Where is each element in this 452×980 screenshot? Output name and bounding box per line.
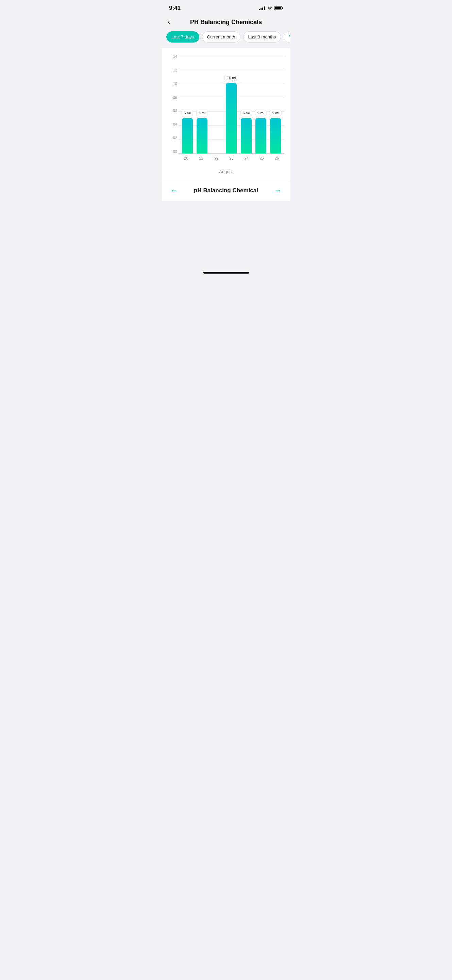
y-label-08: 08 [173, 95, 177, 99]
y-label-02: 02 [173, 136, 177, 140]
bar-25 [255, 118, 266, 153]
home-bar [203, 272, 249, 274]
prev-arrow[interactable]: ← [170, 186, 178, 195]
bar-col-22 [209, 55, 224, 153]
filter-button[interactable]: Filter [284, 31, 290, 43]
y-label-06: 06 [173, 109, 177, 113]
chart-inner: 5 ml 5 ml 10 ml [179, 55, 284, 153]
x-label-21: 21 [193, 156, 208, 160]
y-label-14: 14 [173, 55, 177, 59]
bar-21 [197, 118, 208, 153]
next-arrow[interactable]: → [274, 186, 282, 195]
svg-rect-2 [275, 7, 281, 10]
x-axis: 20 21 22 23 24 25 26 [179, 154, 284, 164]
y-label-10: 10 [173, 82, 177, 86]
x-label-26: 26 [270, 156, 284, 160]
signal-icon [259, 6, 265, 10]
month-label: August [162, 167, 290, 180]
wifi-icon [267, 6, 273, 10]
chart-container: 14 12 10 08 06 04 02 00 [162, 48, 290, 167]
bars-area: 5 ml 5 ml 10 ml [179, 55, 284, 153]
home-indicator [162, 268, 290, 276]
x-label-23: 23 [224, 156, 239, 160]
y-label-04: 04 [173, 123, 177, 126]
bar-label-26: 5 ml [270, 110, 282, 116]
filter-last7days[interactable]: Last 7 days [166, 31, 199, 43]
bar-col-25: 5 ml [254, 55, 268, 153]
x-label-24: 24 [239, 156, 254, 160]
y-label-12: 12 [173, 68, 177, 72]
nav-footer: ← pH Balancing Chemical → [162, 180, 290, 201]
bar-label-23: 10 ml [224, 75, 238, 81]
x-label-25: 25 [254, 156, 269, 160]
bar-24 [241, 118, 252, 153]
back-button[interactable]: ‹ [168, 18, 179, 27]
y-label-00: 00 [173, 150, 177, 153]
bar-20 [182, 118, 193, 153]
page-title: PH Balancing Chemicals [179, 19, 273, 26]
battery-icon [274, 6, 283, 10]
bar-col-20: 5 ml [180, 55, 195, 153]
status-bar: 9:41 [162, 0, 290, 14]
header: ‹ PH Balancing Chemicals [162, 14, 290, 31]
bar-col-24: 5 ml [239, 55, 254, 153]
spacer [162, 201, 290, 268]
filter-last3months[interactable]: Last 3 months [243, 31, 281, 43]
y-axis: 14 12 10 08 06 04 02 00 [168, 55, 177, 153]
nav-title: pH Balancing Chemical [194, 187, 258, 194]
bar-26 [270, 118, 281, 153]
chart-wrap: 14 12 10 08 06 04 02 00 [168, 55, 284, 164]
bar-col-26: 5 ml [268, 55, 283, 153]
svg-rect-1 [282, 8, 283, 9]
filter-current-month[interactable]: Current month [202, 31, 241, 43]
bar-label-20: 5 ml [181, 110, 193, 116]
x-label-22: 22 [209, 156, 224, 160]
bar-col-23: 10 ml [224, 55, 239, 153]
filter-funnel-icon [289, 35, 290, 40]
bar-label-25: 5 ml [255, 110, 267, 116]
x-label-20: 20 [179, 156, 193, 160]
bar-col-21: 5 ml [195, 55, 209, 153]
bar-label-21: 5 ml [196, 110, 208, 116]
status-time: 9:41 [169, 5, 181, 11]
filter-bar: Last 7 days Current month Last 3 months … [162, 31, 290, 48]
bar-label-24: 5 ml [240, 110, 252, 116]
status-icons [259, 6, 283, 10]
bar-23 [226, 83, 237, 153]
